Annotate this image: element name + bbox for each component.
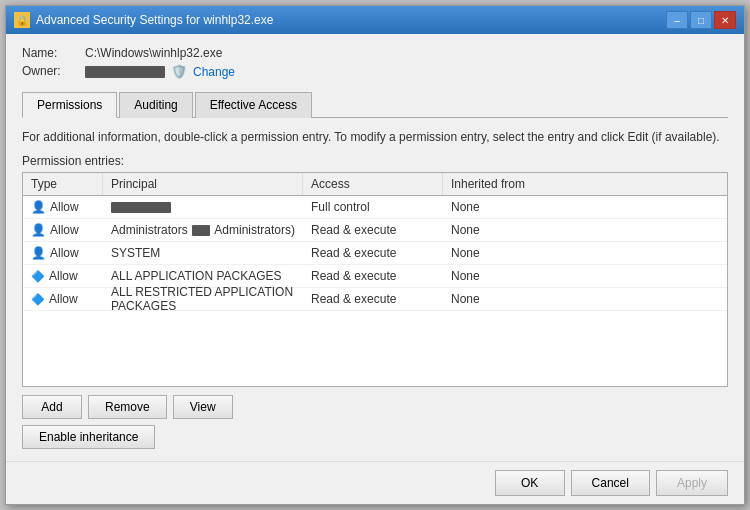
tab-effective-access[interactable]: Effective Access — [195, 92, 312, 118]
user-icon: 👤 — [31, 246, 46, 260]
package-icon: 🔷 — [31, 270, 45, 283]
view-button[interactable]: View — [173, 395, 233, 419]
row-inherited: None — [443, 196, 727, 218]
table-row[interactable]: 🔷 Allow ALL RESTRICTED APPLICATION PACKA… — [23, 288, 727, 311]
add-button[interactable]: Add — [22, 395, 82, 419]
dialog-title: Advanced Security Settings for winhlp32.… — [36, 13, 273, 27]
minimize-button[interactable]: – — [666, 11, 688, 29]
dialog-content: Name: C:\Windows\winhlp32.exe Owner: 🛡️ … — [6, 34, 744, 461]
shield-icon: 🛡️ — [171, 64, 187, 79]
enable-inheritance-row: Enable inheritance — [22, 425, 728, 449]
title-buttons: – □ ✕ — [666, 11, 736, 29]
row-principal: SYSTEM — [103, 242, 303, 264]
row-principal: ALL RESTRICTED APPLICATION PACKAGES — [103, 288, 303, 310]
perm-entries-label: Permission entries: — [22, 154, 728, 168]
user-icon: 👤 — [31, 223, 46, 237]
col-access: Access — [303, 173, 443, 195]
row-principal: Administrators Administrators) — [103, 219, 303, 241]
row-access: Read & execute — [303, 242, 443, 264]
row-access: Read & execute — [303, 219, 443, 241]
description-text: For additional information, double-click… — [22, 128, 728, 146]
bottom-buttons: Add Remove View — [22, 395, 728, 419]
change-link[interactable]: Change — [193, 65, 235, 79]
ok-button[interactable]: OK — [495, 470, 565, 496]
tab-permissions[interactable]: Permissions — [22, 92, 117, 118]
row-inherited: None — [443, 288, 727, 310]
enable-inheritance-button[interactable]: Enable inheritance — [22, 425, 155, 449]
user-icon: 👤 — [31, 200, 46, 214]
row-access: Full control — [303, 196, 443, 218]
owner-row: 🛡️ Change — [85, 64, 728, 79]
title-bar: 🔒 Advanced Security Settings for winhlp3… — [6, 6, 744, 34]
row-access: Read & execute — [303, 288, 443, 310]
owner-label: Owner: — [22, 64, 77, 79]
row-principal: ALL APPLICATION PACKAGES — [103, 265, 303, 287]
principal-redacted — [111, 202, 171, 213]
title-icon: 🔒 — [14, 12, 30, 28]
row-type: 🔷 Allow — [23, 288, 103, 310]
row-inherited: None — [443, 242, 727, 264]
dialog-window: 🔒 Advanced Security Settings for winhlp3… — [5, 5, 745, 505]
principal-redacted — [192, 225, 211, 236]
table-row[interactable]: 👤 Allow Full control None — [23, 196, 727, 219]
package-icon: 🔷 — [31, 293, 45, 306]
col-type: Type — [23, 173, 103, 195]
maximize-button[interactable]: □ — [690, 11, 712, 29]
tab-auditing[interactable]: Auditing — [119, 92, 192, 118]
owner-redacted — [85, 66, 165, 78]
row-type: 👤 Allow — [23, 242, 103, 264]
apply-button[interactable]: Apply — [656, 470, 728, 496]
table-header: Type Principal Access Inherited from — [23, 173, 727, 196]
cancel-button[interactable]: Cancel — [571, 470, 650, 496]
row-type: 👤 Allow — [23, 219, 103, 241]
name-value: C:\Windows\winhlp32.exe — [85, 46, 728, 60]
tabs-bar: Permissions Auditing Effective Access — [22, 91, 728, 118]
name-label: Name: — [22, 46, 77, 60]
table-row[interactable]: 👤 Allow Administrators Administrators) R… — [23, 219, 727, 242]
col-inherited: Inherited from — [443, 173, 727, 195]
table-body: 👤 Allow Full control None 👤 Allow — [23, 196, 727, 386]
row-type: 👤 Allow — [23, 196, 103, 218]
row-inherited: None — [443, 265, 727, 287]
row-type: 🔷 Allow — [23, 265, 103, 287]
dialog-footer: OK Cancel Apply — [6, 461, 744, 504]
permissions-table: Type Principal Access Inherited from 👤 A… — [22, 172, 728, 387]
row-inherited: None — [443, 219, 727, 241]
row-principal — [103, 196, 303, 218]
remove-button[interactable]: Remove — [88, 395, 167, 419]
col-principal: Principal — [103, 173, 303, 195]
row-access: Read & execute — [303, 265, 443, 287]
title-bar-left: 🔒 Advanced Security Settings for winhlp3… — [14, 12, 273, 28]
close-button[interactable]: ✕ — [714, 11, 736, 29]
table-row[interactable]: 👤 Allow SYSTEM Read & execute None — [23, 242, 727, 265]
info-section: Name: C:\Windows\winhlp32.exe Owner: 🛡️ … — [22, 46, 728, 79]
